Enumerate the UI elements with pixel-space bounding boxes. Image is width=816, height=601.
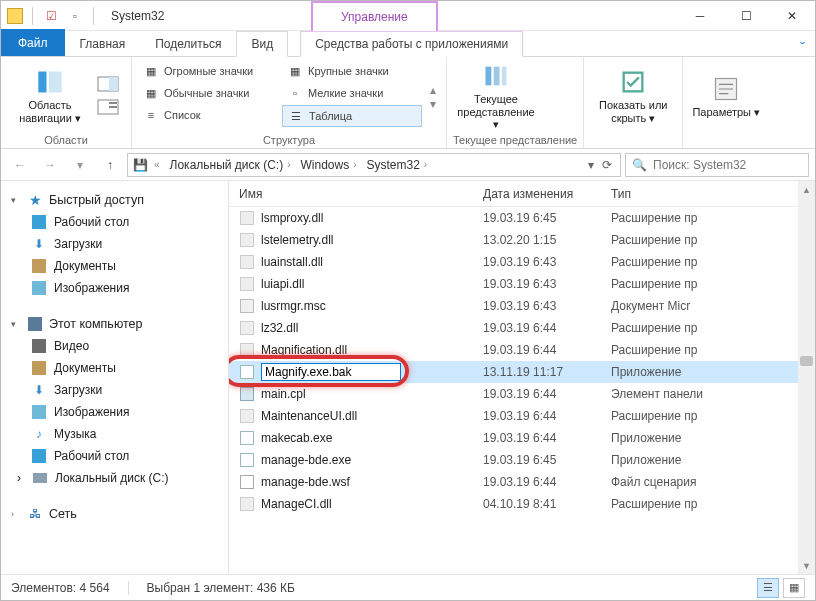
nav-music[interactable]: ♪Музыка — [7, 423, 228, 445]
tab-file[interactable]: Файл — [1, 29, 65, 56]
search-input[interactable] — [653, 158, 802, 172]
current-view-button[interactable]: Текущее представление ▾ — [453, 61, 539, 132]
svg-rect-0 — [38, 72, 46, 93]
file-name: luiapi.dll — [261, 277, 304, 291]
file-row[interactable]: lstelemetry.dll13.02.20 1:15Расширение п… — [229, 229, 815, 251]
close-button[interactable]: ✕ — [769, 1, 815, 31]
file-row[interactable]: lsmproxy.dll19.03.19 6:45Расширение пр — [229, 207, 815, 229]
back-button[interactable]: ← — [7, 152, 33, 178]
addr-dropdown-icon[interactable]: ▾ — [588, 158, 594, 172]
layout-more-icon[interactable]: ▴▾ — [426, 61, 440, 132]
ribbon-collapse-icon[interactable]: ˇ — [800, 40, 815, 56]
file-row[interactable]: luiapi.dll19.03.19 6:43Расширение пр — [229, 273, 815, 295]
nav-cdrive[interactable]: ›Локальный диск (C:) — [7, 467, 228, 489]
exe-file-icon — [239, 364, 255, 380]
file-date: 19.03.19 6:43 — [473, 299, 601, 313]
tab-share[interactable]: Поделиться — [140, 31, 236, 56]
scroll-thumb[interactable] — [800, 356, 813, 366]
nav-quick-access[interactable]: ▾★Быстрый доступ — [7, 189, 228, 211]
column-headers[interactable]: Имя Дата изменения Тип — [229, 181, 815, 207]
file-name: manage-bde.wsf — [261, 475, 350, 489]
file-type: Приложение — [601, 431, 798, 445]
file-date: 13.11.19 11:17 — [473, 365, 601, 379]
drive-icon: 💾 — [132, 157, 148, 173]
file-type: Расширение пр — [601, 255, 798, 269]
minimize-button[interactable]: ─ — [677, 1, 723, 31]
file-date: 19.03.19 6:45 — [473, 211, 601, 225]
ribbon-group-options: Параметры ▾ — [683, 57, 769, 148]
layout-details[interactable]: ☰Таблица — [282, 105, 422, 127]
view-icons-toggle[interactable]: ▦ — [783, 578, 805, 598]
layout-huge[interactable]: ▦Огромные значки — [138, 61, 278, 81]
breadcrumb[interactable]: 💾 « Локальный диск (C:)› Windows› System… — [127, 153, 621, 177]
file-name: lsmproxy.dll — [261, 211, 323, 225]
file-row[interactable]: main.cpl19.03.19 6:44Элемент панели — [229, 383, 815, 405]
search-box[interactable]: 🔍 — [625, 153, 809, 177]
file-row[interactable]: makecab.exe19.03.19 6:44Приложение — [229, 427, 815, 449]
qat-properties-icon[interactable]: ☑ — [42, 7, 60, 25]
dll-file-icon — [239, 342, 255, 358]
details-pane-icon[interactable] — [97, 99, 125, 118]
wsf-file-icon — [239, 474, 255, 490]
nav-network[interactable]: ›🖧Сеть — [7, 503, 228, 525]
nav-this-pc[interactable]: ▾Этот компьютер — [7, 313, 228, 335]
options-button[interactable]: Параметры ▾ — [689, 61, 763, 132]
layout-small[interactable]: ▫Мелкие значки — [282, 83, 422, 103]
nav-pc-documents[interactable]: Документы — [7, 357, 228, 379]
file-name: ManageCI.dll — [261, 497, 332, 511]
maximize-button[interactable]: ☐ — [723, 1, 769, 31]
nav-pane-icon — [36, 68, 64, 96]
status-bar: Элементов: 4 564 Выбран 1 элемент: 436 К… — [1, 574, 815, 600]
tab-view[interactable]: Вид — [236, 31, 288, 57]
forward-button[interactable]: → — [37, 152, 63, 178]
navigation-pane[interactable]: ▾★Быстрый доступ Рабочий стол ⬇Загрузки … — [1, 181, 229, 574]
currentview-group-label: Текущее представление — [453, 132, 577, 146]
show-hide-button[interactable]: Показать или скрыть ▾ — [590, 61, 676, 132]
nav-desktop[interactable]: Рабочий стол — [7, 211, 228, 233]
col-name[interactable]: Имя — [229, 187, 473, 201]
file-row[interactable]: Magnification.dll19.03.19 6:44Расширение… — [229, 339, 815, 361]
svg-rect-6 — [109, 106, 117, 108]
file-row[interactable]: luainstall.dll19.03.19 6:43Расширение пр — [229, 251, 815, 273]
file-row[interactable]: manage-bde.exe19.03.19 6:45Приложение — [229, 449, 815, 471]
file-date: 04.10.19 8:41 — [473, 497, 601, 511]
nav-pc-downloads[interactable]: ⬇Загрузки — [7, 379, 228, 401]
recent-button[interactable]: ▾ — [67, 152, 93, 178]
file-row[interactable]: 13.11.19 11:17Приложение — [229, 361, 815, 383]
file-row[interactable]: lz32.dll19.03.19 6:44Расширение пр — [229, 317, 815, 339]
scrollbar[interactable]: ▲ ▼ — [798, 181, 815, 574]
nav-videos[interactable]: Видео — [7, 335, 228, 357]
file-name: MaintenanceUI.dll — [261, 409, 357, 423]
file-row[interactable]: lusrmgr.msc19.03.19 6:43Документ Micr — [229, 295, 815, 317]
scroll-up-icon[interactable]: ▲ — [798, 181, 815, 198]
up-button[interactable]: ↑ — [97, 152, 123, 178]
col-type[interactable]: Тип — [601, 187, 798, 201]
file-row[interactable]: manage-bde.wsf19.03.19 6:44Файл сценария — [229, 471, 815, 493]
refresh-icon[interactable]: ⟳ — [602, 158, 612, 172]
layout-list[interactable]: ≡Список — [138, 105, 278, 125]
col-date[interactable]: Дата изменения — [473, 187, 601, 201]
tab-home[interactable]: Главная — [65, 31, 141, 56]
nav-documents[interactable]: Документы — [7, 255, 228, 277]
file-row[interactable]: ManageCI.dll04.10.19 8:41Расширение пр — [229, 493, 815, 515]
file-name: manage-bde.exe — [261, 453, 351, 467]
view-details-toggle[interactable]: ☰ — [757, 578, 779, 598]
file-list[interactable]: lsmproxy.dll19.03.19 6:45Расширение прls… — [229, 207, 815, 574]
nav-pc-desktop[interactable]: Рабочий стол — [7, 445, 228, 467]
preview-pane-icon[interactable] — [97, 76, 125, 95]
exe-file-icon — [239, 430, 255, 446]
layout-large[interactable]: ▦Крупные значки — [282, 61, 422, 81]
status-count: Элементов: 4 564 — [11, 581, 110, 595]
nav-pc-pictures[interactable]: Изображения — [7, 401, 228, 423]
file-name: luainstall.dll — [261, 255, 323, 269]
file-row[interactable]: MaintenanceUI.dll19.03.19 6:44Расширение… — [229, 405, 815, 427]
layout-medium[interactable]: ▦Обычные значки — [138, 83, 278, 103]
nav-pictures[interactable]: Изображения — [7, 277, 228, 299]
nav-downloads[interactable]: ⬇Загрузки — [7, 233, 228, 255]
qat-newfolder-icon[interactable]: ▫ — [66, 7, 84, 25]
scroll-down-icon[interactable]: ▼ — [798, 557, 815, 574]
rename-input[interactable] — [261, 363, 401, 381]
file-type: Приложение — [601, 365, 798, 379]
nav-pane-button[interactable]: Область навигации ▾ — [7, 61, 93, 132]
tab-app-tools[interactable]: Средства работы с приложениями — [300, 31, 523, 57]
